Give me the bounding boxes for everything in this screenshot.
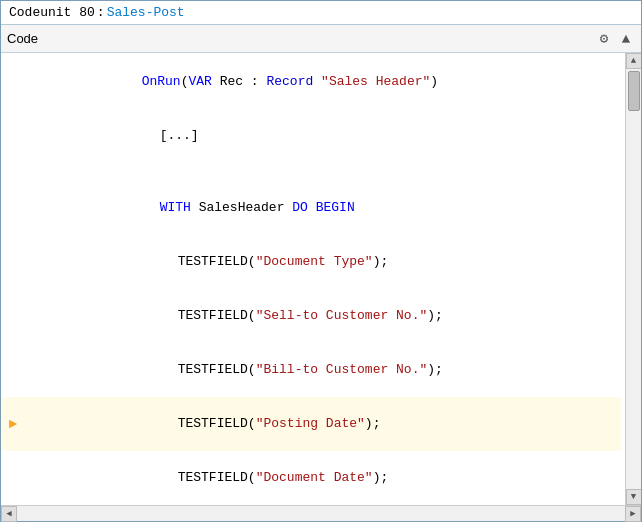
line-3 xyxy=(1,163,621,181)
doc-name: Sales-Post xyxy=(107,5,185,20)
current-line-arrow: ► xyxy=(9,415,17,433)
scroll-right-button[interactable]: ▶ xyxy=(625,506,641,522)
line-code-1: OnRun(VAR Rec : Record "Sales Header") xyxy=(30,55,621,109)
toolbar-icons: ⚙ ▲ xyxy=(595,30,635,48)
title-bar: Codeunit 80 : Sales-Post xyxy=(1,1,641,25)
line-code-6: TESTFIELD("Sell-to Customer No."); xyxy=(30,289,621,343)
line-8: ► TESTFIELD("Posting Date"); xyxy=(1,397,621,451)
line-code-2: [...] xyxy=(30,109,621,163)
title-separator: : xyxy=(97,5,105,20)
line-code-5: TESTFIELD("Document Type"); xyxy=(30,235,621,289)
scroll-down-button[interactable]: ▼ xyxy=(626,489,642,505)
line-1: OnRun(VAR Rec : Record "Sales Header") xyxy=(1,55,621,109)
line-7: TESTFIELD("Bill-to Customer No."); xyxy=(1,343,621,397)
scroll-up-button[interactable]: ▲ xyxy=(626,53,642,69)
toolbar-label: Code xyxy=(7,31,38,46)
line-code-7: TESTFIELD("Bill-to Customer No."); xyxy=(30,343,621,397)
right-scrollbar: ▲ ▼ xyxy=(625,53,641,505)
code-area: OnRun(VAR Rec : Record "Sales Header") [… xyxy=(1,53,641,505)
toolbar: Code ⚙ ▲ xyxy=(1,25,641,53)
scrollbar-track[interactable] xyxy=(626,69,641,489)
code-inner: OnRun(VAR Rec : Record "Sales Header") [… xyxy=(1,53,625,505)
code-content: OnRun(VAR Rec : Record "Sales Header") [… xyxy=(1,53,625,505)
scroll-up-icon[interactable]: ▲ xyxy=(617,30,635,48)
line-5: TESTFIELD("Document Type"); xyxy=(1,235,621,289)
main-window: Codeunit 80 : Sales-Post Code ⚙ ▲ OnRun(… xyxy=(0,0,642,522)
line-indicator-8: ► xyxy=(1,415,25,433)
scroll-left-button[interactable]: ◀ xyxy=(1,506,17,522)
line-6: TESTFIELD("Sell-to Customer No."); xyxy=(1,289,621,343)
line-code-3 xyxy=(30,163,621,181)
line-9: TESTFIELD("Document Date"); xyxy=(1,451,621,505)
line-code-8: TESTFIELD("Posting Date"); xyxy=(30,397,621,451)
line-code-9: TESTFIELD("Document Date"); xyxy=(30,451,621,505)
app-name: Codeunit 80 xyxy=(9,5,95,20)
bottom-scroll-track[interactable] xyxy=(17,506,625,521)
bottom-scrollbar: ◀ ▶ xyxy=(1,505,641,521)
line-code-4: WITH SalesHeader DO BEGIN xyxy=(30,181,621,235)
scrollbar-thumb[interactable] xyxy=(628,71,640,111)
line-2: [...] xyxy=(1,109,621,163)
line-4: WITH SalesHeader DO BEGIN xyxy=(1,181,621,235)
gear-icon[interactable]: ⚙ xyxy=(595,30,613,48)
